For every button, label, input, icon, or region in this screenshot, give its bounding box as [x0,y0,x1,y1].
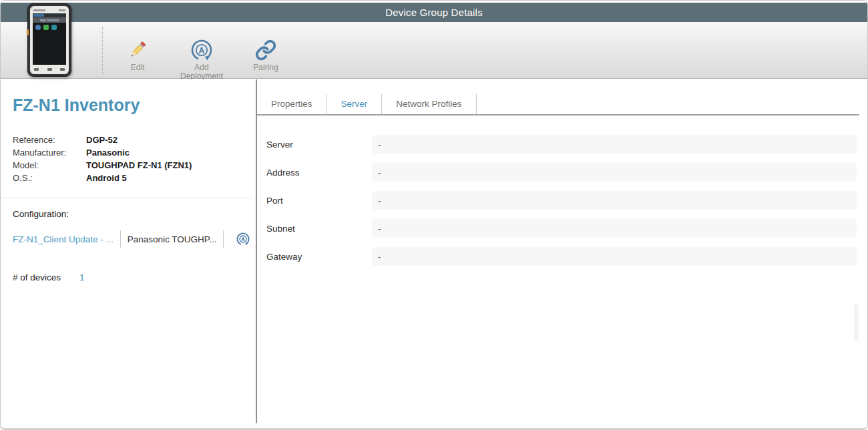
configuration-row: FZ-N1_Client Update - ... Panasonic TOUG… [13,230,256,248]
toolbar-separator [102,27,103,74]
port-field-label: Port [266,196,372,206]
pairing-link-icon [255,38,276,62]
inventory-title: FZ-N1 Inventory [13,95,256,115]
device-thumbnail-buttons [34,67,65,71]
configuration-divider [120,230,121,248]
content-area: FZ-N1 Inventory Reference: DGP-52 Manufa… [1,79,867,425]
configuration-link[interactable]: FZ-N1_Client Update - ... [13,234,114,244]
field-row-port: Port - [266,191,857,210]
os-label: O.S.: [13,172,86,184]
device-thumbnail-app-icons [33,23,66,32]
tab-server[interactable]: Server [327,94,383,114]
server-field-label: Server [266,140,372,150]
devices-count-label: # of devices [13,272,79,282]
spec-row-manufacturer: Manufacturer: Panasonic [13,146,256,159]
configuration-divider [223,230,224,248]
field-row-gateway: Gateway - [266,247,857,266]
device-thumbnail-face: App Desktop [30,6,69,74]
field-row-address: Address - [266,163,857,182]
device-group-details-window: Device Group Details [0,0,868,430]
spec-row-os: O.S.: Android 5 [13,172,256,184]
reference-value: DGP-52 [86,134,118,146]
devices-count-value[interactable]: 1 [79,272,85,282]
edit-button[interactable]: Edit [105,22,170,78]
add-deployment-button-label: Add Deployment [174,63,230,81]
page-title: Device Group Details [385,7,483,18]
port-field-value: - [372,191,857,210]
model-value: TOUGHPAD FZ-N1 (FZN1) [86,159,192,172]
configuration-label: Configuration: [13,209,256,219]
pencil-icon [126,38,149,62]
gateway-field-value: - [372,247,857,266]
pairing-button[interactable]: Pairing [234,22,298,78]
tabs-bar: Properties Server Network Profiles [257,94,859,116]
window-titlebar: Device Group Details [1,3,867,22]
device-specs: Reference: DGP-52 Manufacturer: Panasoni… [13,134,256,184]
device-thumbnail-screen: App Desktop [33,13,66,65]
os-value: Android 5 [86,172,127,184]
add-deployment-button[interactable]: Add Deployment [170,22,234,78]
gateway-field-label: Gateway [266,252,372,262]
device-thumbnail-brand [33,8,65,13]
field-row-server: Server - [266,135,857,154]
deployment-small-icon[interactable] [236,232,250,246]
tab-network-profiles[interactable]: Network Profiles [382,94,476,114]
inventory-panel: FZ-N1 Inventory Reference: DGP-52 Manufa… [1,79,256,425]
address-field-value: - [372,163,857,182]
pairing-button-label: Pairing [253,63,278,72]
field-row-subnet: Subnet - [266,219,857,238]
tab-properties[interactable]: Properties [257,94,327,114]
subnet-field-value: - [372,219,857,238]
scrollbar[interactable] [854,304,859,341]
edit-button-label: Edit [131,63,145,72]
dotted-separator [3,198,252,198]
toolbar-buttons: Edit Add Deployment [105,22,298,78]
device-thumbnail-screen-title: App Desktop [33,17,66,23]
address-field-label: Address [266,168,372,178]
deployment-icon [190,38,214,62]
server-field-value: - [372,135,857,154]
toolbar: Edit Add Deployment [1,22,867,79]
spec-row-reference: Reference: DGP-52 [13,134,256,146]
reference-label: Reference: [13,134,86,146]
spec-row-model: Model: TOUGHPAD FZ-N1 (FZN1) [13,159,256,172]
manufacturer-value: Panasonic [86,146,130,159]
manufacturer-label: Manufacturer: [13,146,86,159]
subnet-field-label: Subnet [266,224,372,234]
devices-count-row: # of devices 1 [13,272,256,282]
server-fields: Server - Address - Port - Subnet - Gatew… [257,135,857,266]
model-label: Model: [13,159,86,172]
device-thumbnail: App Desktop [27,3,71,77]
details-panel: Properties Server Network Profiles Serve… [257,79,867,425]
configuration-profile: Panasonic TOUGHP... [128,234,217,244]
